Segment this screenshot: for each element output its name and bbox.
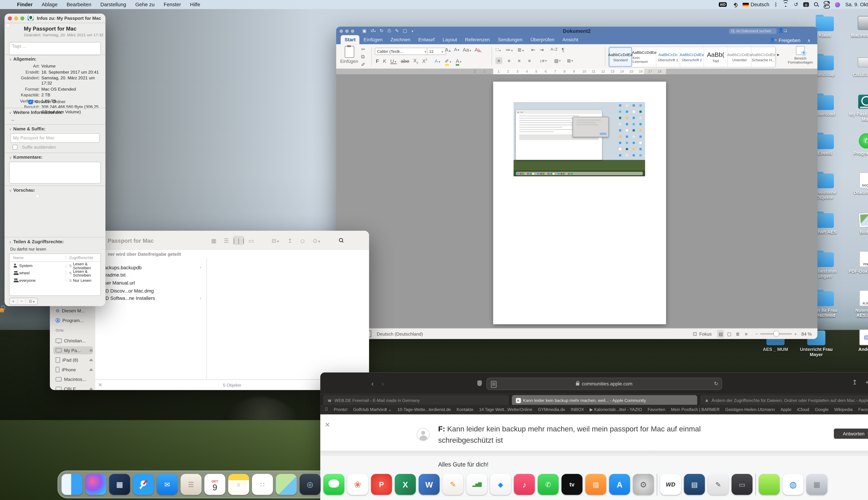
favorite-gymmedia-de[interactable]: GYMmedia.de — [538, 407, 565, 412]
font-color-icon[interactable]: A▼ — [456, 58, 462, 64]
new-tab-icon[interactable]: + — [865, 379, 868, 386]
copy-icon[interactable]: ⧉ — [361, 54, 365, 60]
dock-external-drive-icon[interactable] — [759, 474, 780, 495]
styles-pane-button[interactable]: ¶ Bereich Formatvorlagen — [785, 46, 815, 64]
dock-trash-icon[interactable]: ▦ — [807, 474, 827, 495]
sidebar-item-program[interactable]: ⒶProgram... — [53, 316, 93, 324]
unlocked-padlock-icon[interactable] — [0, 308, 4, 312]
ribbon-tab-referenzen[interactable]: Referenzen — [461, 35, 494, 44]
cut-icon[interactable]: ✂ — [361, 46, 365, 52]
dock-word-icon[interactable]: W — [419, 474, 439, 495]
control-center-icon[interactable] — [824, 1, 830, 8]
ribbon-tab-start[interactable]: Start — [341, 35, 359, 44]
info-minimize-button[interactable] — [14, 16, 18, 20]
favorite-golfclub-marh-rdt-[interactable]: Golfclub Marhördt ⌄ — [353, 407, 392, 412]
style-titel[interactable]: AaBb(Titel — [704, 47, 728, 67]
dock-keynote-icon[interactable]: ◆ — [490, 474, 511, 495]
dock-app-store-icon[interactable]: A — [609, 474, 630, 495]
sidebar-item-macintos[interactable]: Macintos... — [53, 375, 93, 383]
shared-folder-checkbox[interactable]: ✓ Geteilter Ordner — [28, 99, 66, 104]
share-button[interactable]: 👤+Freigeben — [770, 37, 800, 43]
bullet-list-icon[interactable]: ∷▼ — [495, 47, 502, 53]
safari-tab-1[interactable]: WWEB.DE Freemail - E-Mail made in German… — [323, 395, 509, 406]
favorite-mein-postfach-barmer[interactable]: Mein Postfach | BARMER — [671, 407, 720, 412]
desktop-icon-dokumente[interactable]: DOCXDokumente — [847, 172, 868, 195]
new-document-icon[interactable]: ▢ — [403, 28, 407, 33]
info-zoom-button[interactable] — [21, 16, 24, 20]
web-layout-view-icon[interactable]: ▢ — [726, 330, 733, 338]
dock-tv-icon[interactable]: tv — [561, 474, 582, 495]
desktop-icon-cblessing[interactable]: CBLESSING — [847, 54, 868, 77]
painter-icon[interactable]: ✐ — [361, 62, 365, 68]
align-left-icon[interactable]: ≡ — [495, 57, 502, 64]
menu-clock[interactable]: Sa. 9. Okt. 11:48 — [845, 2, 868, 8]
section-name-suffix[interactable]: ∨Name & Suffix: — [9, 126, 45, 132]
sidebar-item-iphone[interactable]: iPhone⏏ — [53, 366, 93, 374]
tags-input[interactable]: Tags ... — [9, 42, 101, 56]
strikethrough-icon[interactable]: abe — [401, 58, 409, 64]
siri-icon[interactable] — [835, 2, 840, 7]
line-spacing-icon[interactable]: ↕≡▼ — [540, 57, 547, 64]
ribbon-tab-sendungen[interactable]: Sendungen — [494, 35, 526, 44]
desktop-icon-noten-10c-aes-xlsx[interactable]: XLSXNoten 10c AES.xlsx — [847, 290, 868, 318]
hide-suffix-checkbox[interactable]: Suffix ausblenden — [12, 145, 56, 150]
section-preview[interactable]: ∨Vorschau: — [9, 188, 35, 193]
section-more-info[interactable]: ∨Weitere Informationen: — [9, 110, 62, 115]
dock-browser-icon[interactable]: ◍ — [783, 474, 803, 495]
zoom-percent[interactable]: 84 % — [801, 331, 812, 337]
font-size-select[interactable]: 12▼ — [427, 48, 446, 55]
style--berschrift-2[interactable]: AaBbCcDdEeÜberschrift 2 — [680, 47, 704, 67]
comments-person-icon[interactable]: 👤❏ — [778, 28, 787, 33]
menu-hilfe[interactable]: Hilfe — [190, 2, 200, 8]
disconnect-icon[interactable]: ✕ — [98, 382, 102, 388]
dock-mail-icon[interactable]: ✉ — [157, 474, 178, 495]
file-row-wd-discov-or-mac-dmg[interactable]: WD Discov...or Mac.dmg — [101, 287, 203, 294]
address-bar[interactable]: communities.apple.com ↻ — [487, 378, 722, 390]
tags-icon[interactable]: ◇ — [300, 237, 305, 243]
section-general[interactable]: ∨Allgemein: — [9, 57, 36, 62]
file-row-wd-softwa-ne-installers[interactable]: WD Softwa...ne Installers› — [101, 295, 203, 302]
input-source-menu[interactable]: Deutsch — [743, 2, 769, 8]
change-case-icon[interactable]: Aa▼ — [462, 47, 472, 53]
save-icon[interactable]: ▣ — [362, 28, 367, 33]
favorite--kalorientab-ittel-yazio[interactable]: ▶ Kalorientab...ittel - YAZIO — [590, 407, 642, 412]
spotlight-icon[interactable] — [814, 2, 819, 7]
decrease-indent-icon[interactable]: ⇤ — [531, 47, 536, 53]
desktop-icon-my-passport-for-mac[interactable]: My Passport for Mac — [847, 93, 868, 122]
draft-view-icon[interactable]: ≡ — [743, 330, 750, 338]
zoom-slider[interactable] — [760, 333, 792, 334]
increase-indent-icon[interactable]: ⇥ — [539, 47, 544, 53]
zoom-out-icon[interactable]: − — [755, 331, 758, 337]
clear-formatting-icon[interactable]: A◣ — [475, 47, 482, 53]
menu-darstellung[interactable]: Darstellung — [100, 2, 126, 8]
wd-menu-icon[interactable]: WD — [719, 2, 727, 7]
favorite-inbox[interactable]: INBOX — [571, 407, 584, 412]
word-zoom-button[interactable] — [351, 29, 354, 33]
dock-podcasts-icon[interactable]: P — [371, 474, 392, 495]
format-painter-icon[interactable]: ✎ — [395, 28, 399, 33]
reader-icon[interactable] — [491, 381, 497, 387]
ribbon-tab-ansicht[interactable]: Ansicht — [559, 35, 582, 44]
embedded-screenshot-image[interactable] — [514, 102, 645, 177]
favorite-wikipedia[interactable]: Wikipedia — [834, 407, 853, 412]
back-icon[interactable]: ‹ — [371, 379, 374, 388]
icon-view-icon[interactable]: ▦ — [208, 236, 219, 245]
numbered-list-icon[interactable]: ≔▼ — [505, 47, 514, 53]
bold-icon[interactable]: F — [376, 58, 379, 64]
dock-facetime-icon[interactable]: ✆ — [538, 474, 559, 495]
privacy-shield-icon[interactable] — [477, 380, 482, 386]
desktop-icon-programme[interactable]: ✆Programme — [847, 133, 868, 156]
comments-textarea[interactable] — [9, 162, 101, 184]
word-document-canvas[interactable] — [336, 74, 817, 329]
dock-contacts-icon[interactable]: ☰ — [181, 474, 202, 495]
desktop-icon-macintosh-hd[interactable]: Macintosh HD — [847, 15, 868, 38]
dock-wd-utilities-icon[interactable]: ▤ — [684, 474, 705, 495]
menu-fenster[interactable]: Fenster — [164, 2, 181, 8]
favorite-14-tage-wett-wetteronline[interactable]: 14 Tage Wett...WetterOnline — [479, 407, 532, 412]
forward-icon[interactable]: › — [381, 379, 384, 388]
name-suffix-input[interactable]: My Passport for Mac — [10, 133, 100, 143]
highlight-color-icon[interactable]: ✐▼ — [445, 58, 452, 64]
borders-icon[interactable]: ⊞▼ — [567, 57, 574, 64]
superscript-icon[interactable]: X2 — [422, 58, 427, 64]
align-right-icon[interactable]: ≡ — [516, 57, 523, 64]
